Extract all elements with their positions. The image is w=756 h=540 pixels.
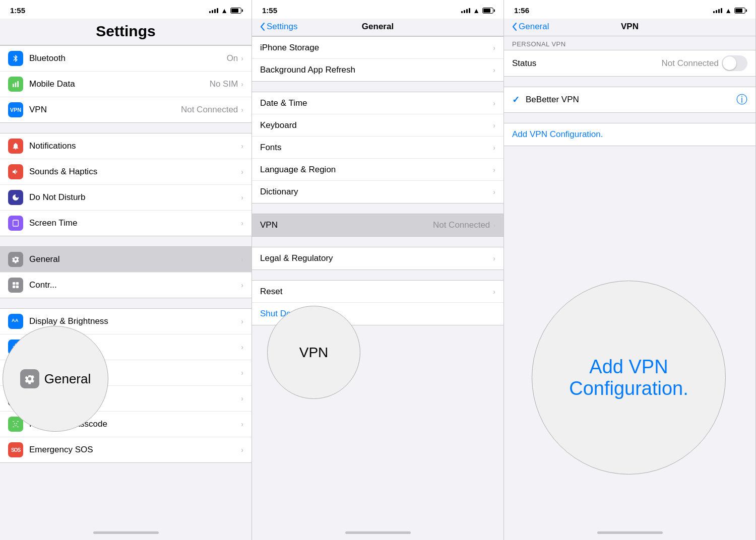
svg-rect-4 <box>13 282 15 285</box>
settings-general[interactable]: General › <box>0 247 251 273</box>
back-to-general[interactable]: General <box>512 22 549 32</box>
general-language-region[interactable]: Language & Region › <box>252 159 503 181</box>
general-content[interactable]: iPhone Storage › Background App Refresh … <box>252 36 503 527</box>
fonts-label: Fonts <box>260 143 493 153</box>
svg-rect-0 <box>13 84 14 87</box>
screentime-chevron: › <box>241 219 243 227</box>
add-vpn-section: Add VPN Configuration. <box>504 123 755 146</box>
svg-point-15 <box>14 423 15 424</box>
add-vpn-config-row[interactable]: Add VPN Configuration. <box>504 123 755 146</box>
settings-display[interactable]: AA Display & Brightness › <box>0 309 251 334</box>
siri-chevron: › <box>241 394 243 402</box>
mobile-data-chevron: › <box>241 80 243 88</box>
settings-mobile-data[interactable]: Mobile Data No SIM › <box>0 72 251 97</box>
settings-control-center[interactable]: Contr... › <box>0 273 251 298</box>
general-keyboard[interactable]: Keyboard › <box>252 114 503 137</box>
screentime-label: Screen Time <box>29 218 241 228</box>
dnd-chevron: › <box>241 193 243 201</box>
settings-wallpaper[interactable]: Wallpaper › <box>0 360 251 386</box>
general-dictionary[interactable]: Dictionary › <box>252 181 503 203</box>
home-bar-1 <box>93 531 159 534</box>
general-iphone-storage[interactable]: iPhone Storage › <box>252 37 503 59</box>
status-value: Not Connected <box>662 58 719 69</box>
back-label-general: Settings <box>267 22 297 32</box>
vpn-settings-label: VPN <box>29 105 181 115</box>
siri-label: Siri & Search <box>29 393 241 403</box>
general-reset[interactable]: Reset › <box>252 281 503 303</box>
settings-dnd[interactable]: Do Not Disturb › <box>0 185 251 211</box>
vpn-settings-icon: VPN <box>8 102 23 117</box>
settings-siri[interactable]: Siri & Search › <box>0 386 251 412</box>
home-bar-2 <box>345 531 411 534</box>
panel-general: 1:55 ▲ Settings General iPhone St <box>252 0 504 540</box>
display-chevron: › <box>241 317 243 325</box>
control-center-chevron: › <box>241 281 243 289</box>
control-center-icon <box>8 278 23 293</box>
add-vpn-label: Add VPN Configuration. <box>512 129 603 140</box>
date-time-label: Date & Time <box>260 98 493 108</box>
reset-chevron: › <box>493 288 495 296</box>
settings-sos[interactable]: SOS Emergency SOS › <box>0 437 251 462</box>
general-background-refresh[interactable]: Background App Refresh › <box>252 59 503 81</box>
settings-accessibility[interactable]: Accessibility › <box>0 334 251 360</box>
date-time-chevron: › <box>493 99 495 107</box>
settings-bluetooth[interactable]: Bluetooth On › <box>0 46 251 72</box>
sos-icon: SOS <box>8 442 23 457</box>
vpn-entry-betterVPN[interactable]: ✓ BeBetter VPN ⓘ <box>504 87 755 112</box>
time-3: 1:56 <box>514 6 529 15</box>
settings-screentime[interactable]: Screen Time › <box>0 211 251 236</box>
sounds-chevron: › <box>241 168 243 176</box>
nav-header-general: Settings General <box>252 19 503 36</box>
svg-rect-11 <box>13 421 14 422</box>
settings-notifications[interactable]: Notifications › <box>0 133 251 159</box>
language-region-label: Language & Region <box>260 165 493 175</box>
status-label: Status <box>512 58 662 69</box>
vpn-general-value: Not Connected <box>433 220 490 230</box>
back-to-settings[interactable]: Settings <box>260 22 297 32</box>
svg-rect-3 <box>13 220 19 226</box>
fonts-chevron: › <box>493 144 495 152</box>
vpn-info-icon[interactable]: ⓘ <box>736 92 747 107</box>
status-bar-3: 1:56 ▲ <box>504 0 755 19</box>
vpn-settings-chevron: › <box>241 106 243 114</box>
svg-rect-1 <box>15 83 17 87</box>
vpn-status-section: Status Not Connected <box>504 50 755 77</box>
dnd-label: Do Not Disturb <box>29 192 241 202</box>
section-display: AA Display & Brightness › Accessibility … <box>0 308 251 463</box>
status-icons-3: ▲ <box>713 7 745 15</box>
time-1: 1:55 <box>10 6 25 15</box>
section-storage: iPhone Storage › Background App Refresh … <box>252 36 503 82</box>
page-title-general: General <box>362 22 394 32</box>
faceid-icon <box>8 417 23 432</box>
general-shutdown[interactable]: Shut Down <box>252 303 503 325</box>
shutdown-label: Shut Down <box>260 309 495 319</box>
section-notifications: Notifications › Sounds & Haptics › Do No… <box>0 133 251 236</box>
dictionary-label: Dictionary <box>260 187 493 197</box>
general-vpn[interactable]: VPN Not Connected › <box>252 214 503 236</box>
svg-rect-14 <box>17 427 19 427</box>
notifications-chevron: › <box>241 142 243 150</box>
toggle-knob <box>723 56 736 70</box>
vpn-toggle[interactable] <box>722 55 747 71</box>
home-indicator-2 <box>252 527 503 540</box>
wallpaper-label: Wallpaper <box>29 368 241 378</box>
signal-icon-1 <box>209 8 218 13</box>
vpn-checkmark: ✓ <box>512 94 520 105</box>
status-bar-2: 1:55 ▲ <box>252 0 503 19</box>
svg-point-16 <box>16 423 17 424</box>
general-legal[interactable]: Legal & Regulatory › <box>252 247 503 269</box>
dictionary-chevron: › <box>493 188 495 196</box>
sounds-label: Sounds & Haptics <box>29 167 241 177</box>
notifications-label: Notifications <box>29 141 241 151</box>
settings-vpn[interactable]: VPN VPN Not Connected › <box>0 97 251 122</box>
time-2: 1:55 <box>262 6 277 15</box>
home-indicator-3 <box>504 527 755 540</box>
dnd-icon <box>8 190 23 205</box>
general-date-time[interactable]: Date & Time › <box>252 92 503 114</box>
settings-sounds[interactable]: Sounds & Haptics › <box>0 159 251 185</box>
settings-faceid[interactable]: Face ID & Passcode › <box>0 412 251 437</box>
legal-chevron: › <box>493 254 495 262</box>
settings-content[interactable]: Bluetooth On › Mobile Data No SIM › VPN … <box>0 45 251 527</box>
vpn-settings-value: Not Connected <box>181 105 238 115</box>
general-fonts[interactable]: Fonts › <box>252 137 503 159</box>
